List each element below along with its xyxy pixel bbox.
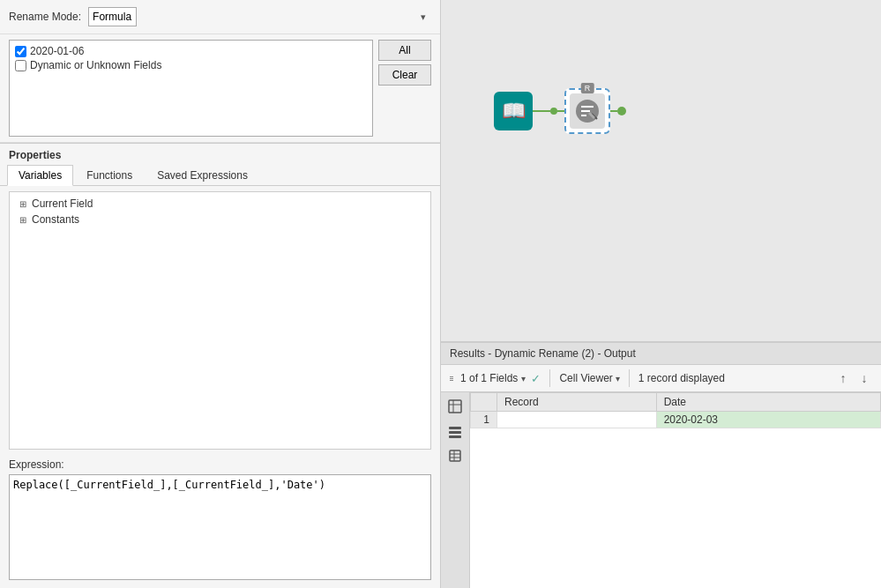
results-content: Record Date 1 2020-02-03 [441,392,881,588]
expander-constants[interactable]: ⊞ [17,215,29,225]
fields-count-text: 1 of 1 Fields [460,372,518,384]
svg-rect-1 [449,400,461,413]
rename-mode-row: Rename Mode: Formula [0,0,440,34]
clear-button[interactable]: Clear [378,64,431,86]
left-panel: Rename Mode: Formula 2020-01-06 Dynamic … [0,0,441,588]
tree-item-constants[interactable]: ⊞ Constants [13,212,427,227]
nav-arrows: ↑ ↓ [833,368,874,388]
canvas-area[interactable]: 📖 R [441,0,881,341]
side-icons [441,392,470,588]
line-1 [533,110,550,112]
rename-node-icon [574,98,601,124]
fields-selector[interactable]: 1 of 1 Fields ▾ [460,372,526,384]
col-header-date: Date [656,393,880,412]
tab-saved-expressions[interactable]: Saved Expressions [146,165,259,185]
rename-mode-label: Rename Mode: [9,11,81,23]
all-button[interactable]: All [378,40,431,61]
side-icon-l[interactable] [444,396,466,417]
right-panel: 📖 R [441,0,881,588]
connector-2 [610,107,626,115]
data-table-container[interactable]: Record Date 1 2020-02-03 [470,392,881,588]
cell-date-1: 2020-02-03 [656,412,880,428]
svg-rect-5 [449,431,461,434]
cell-record-1 [497,412,657,428]
field-checkbox-date[interactable] [15,46,26,57]
tree-label-current-field: Current Field [32,197,93,210]
divider-2 [629,369,630,387]
checkmark-icon: ✓ [531,372,541,385]
col-header-record: Record [497,393,657,412]
divider-1 [549,369,550,387]
field-label-dynamic: Dynamic or Unknown Fields [30,59,161,71]
results-header: Results - Dynamic Rename (2) - Output [441,343,881,365]
workflow-nodes: 📖 R [494,88,626,134]
row-num-1: 1 [471,412,497,428]
table-icon [448,399,462,413]
data-table: Record Date 1 2020-02-03 [470,392,881,428]
svg-rect-7 [450,450,460,461]
results-panel: Results - Dynamic Rename (2) - Output 1 … [441,341,881,588]
variables-tree: ⊞ Current Field ⊞ Constants [9,191,431,450]
line-3 [610,110,617,112]
output-dot [617,107,626,115]
cell-viewer-chevron-icon: ▾ [616,374,620,383]
svg-rect-6 [449,435,461,438]
rename-node-inner [570,93,605,129]
properties-label: Properties [0,144,440,165]
line-2 [557,110,564,112]
expression-textarea[interactable]: Replace([_CurrentField_],[_CurrentField_… [9,474,431,580]
data-icon [448,449,462,463]
col-header-rownum [471,393,497,412]
row-icon [448,424,462,438]
field-item-dynamic[interactable]: Dynamic or Unknown Fields [13,58,369,72]
tab-functions[interactable]: Functions [75,165,144,185]
tabs-row: Variables Functions Saved Expressions [0,165,440,186]
cell-viewer-label: Cell Viewer [559,372,612,384]
cell-viewer-button[interactable]: Cell Viewer ▾ [559,372,619,384]
expression-section: Expression: Replace([_CurrentField_],[_C… [0,455,440,588]
tree-item-current-field[interactable]: ⊞ Current Field [13,196,427,212]
rename-node[interactable]: R [564,88,610,134]
book-icon: 📖 [502,100,526,123]
book-node[interactable]: 📖 [494,92,533,130]
tab-variables[interactable]: Variables [7,165,73,186]
field-item-date[interactable]: 2020-01-06 [13,44,369,58]
field-checkbox-dynamic[interactable] [15,60,26,71]
expander-current-field[interactable]: ⊞ [17,199,29,209]
results-toolbar: 1 of 1 Fields ▾ ✓ Cell Viewer ▾ 1 record… [441,365,881,392]
chevron-down-icon: ▾ [521,374,526,383]
tree-label-constants: Constants [32,213,79,226]
drag-handle[interactable] [448,375,455,383]
expression-label: Expression: [9,458,431,471]
dot-1 [550,108,557,115]
properties-section: Properties Variables Functions Saved Exp… [0,143,440,455]
fields-area: 2020-01-06 Dynamic or Unknown Fields All… [0,34,440,143]
rename-mode-select-wrapper[interactable]: Formula [88,7,431,26]
side-icon-r[interactable] [444,421,466,442]
arrow-down-button[interactable]: ↓ [855,368,874,388]
svg-rect-4 [449,427,461,429]
record-count: 1 record displayed [638,372,725,384]
side-icon-d[interactable] [444,445,466,466]
fields-list: 2020-01-06 Dynamic or Unknown Fields [9,40,373,137]
rename-badge: R [581,83,594,93]
rename-mode-select[interactable]: Formula [88,7,137,26]
fields-buttons: All Clear [378,40,431,137]
field-label-date: 2020-01-06 [30,45,84,57]
table-row: 1 2020-02-03 [471,412,881,428]
connector-1 [533,108,564,115]
arrow-up-button[interactable]: ↑ [833,368,853,388]
